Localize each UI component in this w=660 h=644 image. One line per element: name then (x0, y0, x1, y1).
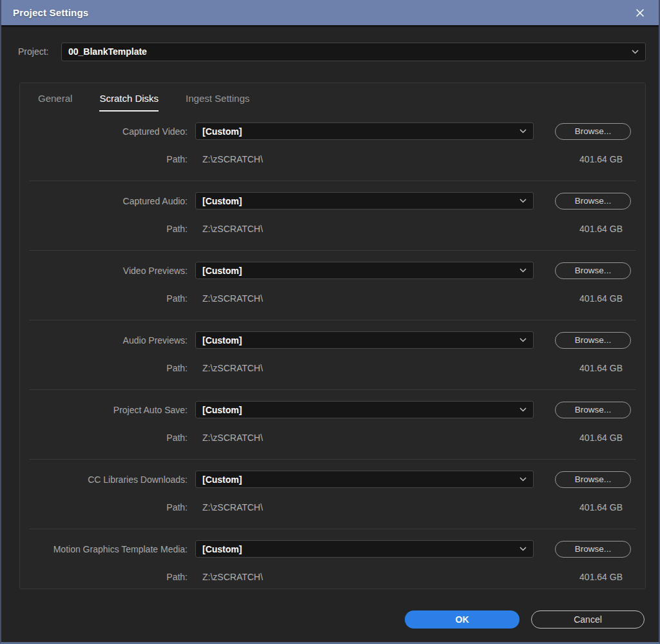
path-value: Z:\zSCRATCH\ (202, 433, 263, 443)
path-value: Z:\zSCRATCH\ (202, 154, 263, 164)
settings-panel: General Scratch Disks Ingest Settings Ca… (19, 83, 646, 589)
scratch-disk-main-row: Video Previews: [Custom] Browse... (29, 262, 636, 279)
chevron-down-icon (519, 338, 527, 342)
tab-ingest-settings[interactable]: Ingest Settings (186, 93, 249, 112)
disk-size: 401.64 GB (579, 224, 623, 234)
disk-size: 401.64 GB (579, 293, 623, 304)
scratch-disk-section: CC Libraries Downloads: [Custom] Browse.… (29, 460, 636, 529)
scratch-disk-section: Motion Graphics Template Media: [Custom]… (29, 529, 636, 589)
dialog-body: Project: 00_BlankTemplate General Scratc… (1, 27, 659, 642)
project-dropdown-value: 00_BlankTemplate (68, 46, 147, 57)
tab-general[interactable]: General (38, 93, 72, 112)
location-dropdown-value: [Custom] (202, 266, 242, 276)
footer: OK Cancel (1, 610, 659, 629)
scratch-disk-section: Audio Previews: [Custom] Browse... Path:… (29, 320, 636, 390)
path-value: Z:\zSCRATCH\ (202, 363, 263, 373)
titlebar[interactable]: Project Settings (1, 0, 659, 27)
project-label: Project: (18, 46, 55, 57)
scratch-type-label: Project Auto Save: (29, 405, 188, 415)
location-dropdown[interactable]: [Custom] (195, 122, 534, 140)
scratch-disk-main-row: Audio Previews: [Custom] Browse... (29, 331, 636, 349)
scratch-type-label: Video Previews: (29, 266, 188, 276)
scratch-type-label: Captured Video: (29, 126, 188, 137)
scratch-disk-sections: Captured Video: [Custom] Browse... Path:… (29, 112, 636, 589)
scratch-disk-path-row: Path: Z:\zSCRATCH\ 401.64 GB (29, 502, 636, 512)
scratch-disk-main-row: Captured Audio: [Custom] Browse... (29, 192, 636, 210)
scratch-disk-section: Video Previews: [Custom] Browse... Path:… (29, 251, 636, 320)
path-value: Z:\zSCRATCH\ (202, 502, 263, 512)
scratch-disk-path-row: Path: Z:\zSCRATCH\ 401.64 GB (29, 432, 636, 443)
browse-button[interactable]: Browse... (555, 541, 631, 558)
tab-label: General (38, 93, 72, 104)
disk-size: 401.64 GB (579, 154, 623, 164)
scratch-type-label: Captured Audio: (29, 196, 188, 206)
location-dropdown[interactable]: [Custom] (195, 262, 534, 279)
browse-button[interactable]: Browse... (555, 471, 631, 488)
browse-button[interactable]: Browse... (555, 402, 631, 418)
disk-size: 401.64 GB (579, 363, 623, 373)
browse-button[interactable]: Browse... (555, 332, 631, 349)
browse-button[interactable]: Browse... (555, 123, 631, 140)
chevron-down-icon (519, 477, 527, 482)
scratch-disk-path-row: Path: Z:\zSCRATCH\ 401.64 GB (29, 293, 636, 304)
scratch-disk-path-row: Path: Z:\zSCRATCH\ 401.64 GB (29, 571, 636, 582)
disk-size: 401.64 GB (579, 502, 623, 512)
tab-label: Scratch Disks (99, 93, 159, 104)
scratch-disk-main-row: Motion Graphics Template Media: [Custom]… (29, 540, 636, 558)
dialog-title: Project Settings (13, 7, 88, 18)
ok-button[interactable]: OK (405, 610, 519, 629)
tab-scratch-disks[interactable]: Scratch Disks (99, 93, 159, 112)
scratch-disk-section: Project Auto Save: [Custom] Browse... Pa… (29, 390, 636, 460)
close-button[interactable] (632, 5, 648, 21)
scratch-disk-path-row: Path: Z:\zSCRATCH\ 401.64 GB (29, 362, 636, 373)
path-value: Z:\zSCRATCH\ (202, 293, 263, 304)
browse-button[interactable]: Browse... (555, 193, 631, 210)
chevron-down-icon (632, 50, 639, 54)
close-icon (636, 8, 645, 17)
location-dropdown-value: [Custom] (202, 335, 242, 346)
location-dropdown[interactable]: [Custom] (195, 471, 534, 488)
location-dropdown[interactable]: [Custom] (195, 331, 534, 349)
path-label: Path: (29, 502, 188, 512)
path-label: Path: (29, 154, 188, 164)
path-label: Path: (29, 433, 188, 443)
location-dropdown-value: [Custom] (202, 126, 242, 137)
scratch-type-label: Motion Graphics Template Media: (29, 544, 188, 554)
scratch-disk-section: Captured Video: [Custom] Browse... Path:… (29, 112, 636, 181)
path-label: Path: (29, 363, 188, 373)
location-dropdown[interactable]: [Custom] (195, 540, 534, 558)
scratch-type-label: CC Libraries Downloads: (29, 474, 188, 485)
chevron-down-icon (519, 407, 527, 412)
project-dropdown[interactable]: 00_BlankTemplate (61, 43, 646, 61)
path-value: Z:\zSCRATCH\ (202, 572, 263, 582)
scratch-disk-path-row: Path: Z:\zSCRATCH\ 401.64 GB (29, 223, 636, 234)
location-dropdown[interactable]: [Custom] (195, 192, 534, 210)
chevron-down-icon (519, 199, 527, 203)
chevron-down-icon (519, 129, 527, 133)
browse-button[interactable]: Browse... (555, 262, 631, 279)
scratch-disk-section: Captured Audio: [Custom] Browse... Path:… (29, 181, 636, 251)
chevron-down-icon (519, 547, 527, 551)
disk-size: 401.64 GB (579, 433, 623, 443)
location-dropdown-value: [Custom] (202, 405, 242, 415)
path-value: Z:\zSCRATCH\ (202, 224, 263, 234)
scratch-disk-main-row: Project Auto Save: [Custom] Browse... (29, 401, 636, 418)
scratch-type-label: Audio Previews: (29, 335, 188, 346)
tabs: General Scratch Disks Ingest Settings (29, 83, 636, 112)
scratch-disk-path-row: Path: Z:\zSCRATCH\ 401.64 GB (29, 153, 636, 164)
location-dropdown-value: [Custom] (202, 474, 242, 485)
path-label: Path: (29, 224, 188, 234)
tab-label: Ingest Settings (186, 93, 249, 104)
scratch-disk-main-row: Captured Video: [Custom] Browse... (29, 122, 636, 140)
chevron-down-icon (519, 268, 527, 273)
location-dropdown-value: [Custom] (202, 544, 242, 554)
project-row: Project: 00_BlankTemplate (18, 42, 646, 61)
location-dropdown-value: [Custom] (202, 196, 242, 206)
location-dropdown[interactable]: [Custom] (195, 401, 534, 418)
disk-size: 401.64 GB (579, 572, 623, 582)
cancel-button[interactable]: Cancel (531, 610, 645, 629)
path-label: Path: (29, 572, 188, 582)
scratch-disk-main-row: CC Libraries Downloads: [Custom] Browse.… (29, 471, 636, 488)
project-settings-dialog: Project Settings Project: 00_BlankTempla… (0, 0, 660, 644)
path-label: Path: (29, 293, 188, 304)
